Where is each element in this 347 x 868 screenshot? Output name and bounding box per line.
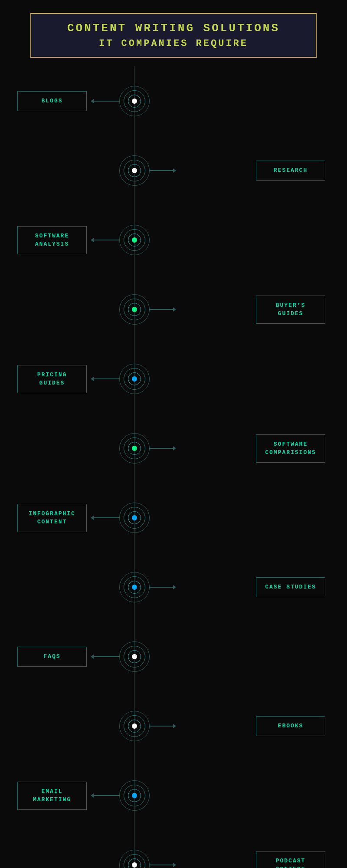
node-dot-10 [132,723,137,729]
label-text-11: EMAIL [25,787,79,796]
label-text-6: SOFTWARE [263,440,318,449]
label-text-6: COMPARISIONS [263,448,318,457]
node-7 [119,503,150,533]
timeline-container: BLOGSRESEARCHSOFTWAREANALYSISBUYER'SGUID… [0,66,347,868]
header-title: Content Writing Solutions [44,22,303,35]
label-text-4: BUYER'S [263,301,318,310]
connector-2 [150,170,174,171]
connector-10 [150,726,174,727]
timeline-item-12: PODCASTCONTENT [0,830,347,868]
node-5 [119,364,150,394]
node-12 [119,850,150,868]
label-text-5: GUIDES [25,379,79,388]
connector-6 [150,448,174,449]
node-dot-1 [132,99,137,104]
node-4 [119,294,150,325]
connector-9 [93,656,119,657]
node-dot-9 [132,654,137,659]
timeline-item-2: RESEARCH [0,136,347,205]
label-text-2: RESEARCH [263,166,318,175]
label-text-9: FAQS [25,652,79,661]
timeline-item-5: PRICINGGUIDES [0,344,347,414]
timeline-item-11: EMAILMARKETING [0,761,347,830]
timeline-item-6: SOFTWARECOMPARISIONS [0,414,347,483]
label-text-8: CASE STUDIES [263,583,318,592]
connector-5 [93,378,119,379]
label-text-1: BLOGS [25,97,79,105]
timeline-item-1: BLOGS [0,66,347,136]
label-text-4: GUIDES [263,309,318,318]
node-dot-6 [132,446,137,451]
header-box: Content Writing Solutions IT Companies r… [30,13,317,58]
node-8 [119,572,150,602]
connector-11 [93,795,119,796]
label-text-12: PODCAST [263,857,318,865]
label-text-7: INFOGRAPHIC [25,510,79,518]
label-text-10: EBOOKS [263,722,318,730]
label-text-12: CONTENT [263,865,318,868]
connector-12 [150,865,174,865]
node-9 [119,641,150,672]
timeline-item-9: FAQS [0,622,347,691]
node-dot-8 [132,585,137,590]
connector-3 [93,240,119,240]
label-text-7: CONTENT [25,518,79,526]
node-dot-11 [132,793,137,798]
label-text-11: MARKETING [25,796,79,804]
node-3 [119,225,150,255]
timeline-item-3: SOFTWAREANALYSIS [0,205,347,275]
node-dot-12 [132,862,137,868]
node-11 [119,780,150,811]
label-text-3: SOFTWARE [25,232,79,240]
timeline-item-4: BUYER'SGUIDES [0,275,347,344]
timeline-item-8: CASE STUDIES [0,552,347,622]
node-10 [119,711,150,741]
connector-4 [150,309,174,310]
node-dot-3 [132,237,137,243]
node-dot-7 [132,515,137,520]
connector-7 [93,517,119,518]
timeline-item-7: INFOGRAPHICCONTENT [0,483,347,552]
node-2 [119,155,150,186]
node-dot-4 [132,307,137,312]
connector-8 [150,587,174,588]
header-subtitle: IT Companies require [44,38,303,49]
connector-1 [93,101,119,102]
node-1 [119,86,150,116]
label-text-5: PRICING [25,371,79,379]
label-text-3: ANALYSIS [25,240,79,249]
node-6 [119,433,150,464]
node-dot-2 [132,168,137,173]
node-dot-5 [132,376,137,381]
timeline-item-10: EBOOKS [0,691,347,761]
